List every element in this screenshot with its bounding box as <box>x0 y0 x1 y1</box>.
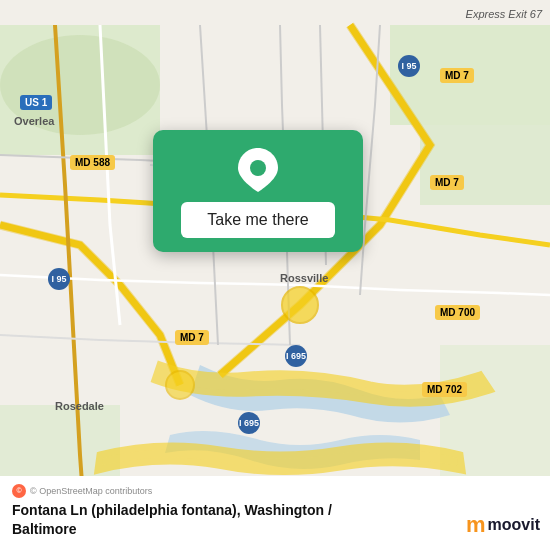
osm-logo: © <box>12 484 26 498</box>
map-container: Express Exit 67 Overlea Rossville Roseda… <box>0 0 550 550</box>
moovit-logo: m moovit <box>466 512 540 538</box>
bottom-bar: © © OpenStreetMap contributors Fontana L… <box>0 476 550 550</box>
svg-point-4 <box>0 35 160 135</box>
location-name: Fontana Ln (philadelphia fontana), Washi… <box>12 501 538 540</box>
location-pin-icon <box>236 148 280 192</box>
moovit-text: moovit <box>488 516 540 534</box>
svg-point-7 <box>282 287 318 323</box>
osm-text: © OpenStreetMap contributors <box>30 486 152 496</box>
moovit-m-icon: m <box>466 512 486 538</box>
express-exit-label: Express Exit 67 <box>466 8 542 20</box>
osm-attribution: © © OpenStreetMap contributors <box>12 484 538 498</box>
svg-rect-3 <box>420 125 550 205</box>
svg-point-8 <box>166 371 194 399</box>
popup-card: Take me there <box>153 130 363 252</box>
map-svg <box>0 0 550 550</box>
take-me-there-button[interactable]: Take me there <box>181 202 334 238</box>
svg-rect-2 <box>390 25 550 125</box>
svg-point-9 <box>250 160 266 176</box>
